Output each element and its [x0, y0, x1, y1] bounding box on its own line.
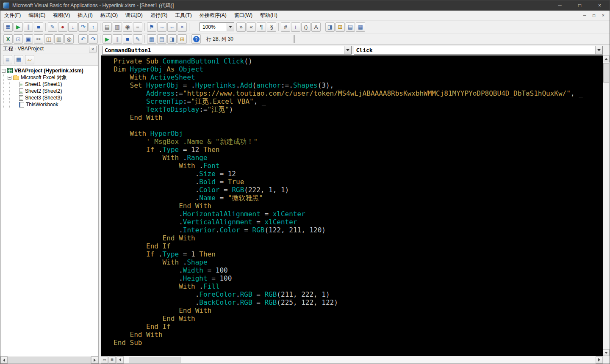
scrollbar-thumb[interactable]	[8, 357, 91, 363]
scroll-down-button[interactable]	[603, 349, 610, 356]
properties-top-button[interactable]: ▤	[346, 22, 355, 32]
code-hscrollbar[interactable]	[116, 356, 603, 364]
toolbar-drag-grip[interactable]	[293, 35, 295, 43]
immediate-window-button[interactable]: ▥	[113, 22, 122, 32]
list-properties-button[interactable]: ≣	[3, 22, 13, 32]
properties-window-button[interactable]: ▤	[157, 34, 166, 44]
cut-button[interactable]: ✂	[34, 34, 43, 44]
outdent-button[interactable]: «	[247, 22, 256, 32]
object-browser-top-button[interactable]: ◨	[325, 22, 335, 32]
object-browser-button[interactable]: ◨	[167, 34, 177, 44]
toggle-bookmark-button[interactable]: ⚑	[147, 22, 156, 32]
help-button[interactable]: ?	[191, 34, 201, 44]
code-vscrollbar[interactable]	[603, 55, 610, 356]
break-button[interactable]: ∥	[24, 22, 33, 32]
step-over-button[interactable]: ↷	[78, 22, 88, 32]
scrollbar-thumb[interactable]	[129, 357, 180, 363]
menu-format[interactable]: 格式(O)	[97, 11, 122, 20]
toolbox-top-button[interactable]: ⊞	[336, 22, 345, 32]
toggle-folders-button[interactable]: ▱	[25, 55, 34, 64]
scroll-left-button[interactable]	[0, 356, 8, 364]
tree-collapse-icon[interactable]	[8, 76, 11, 80]
tree-item-sheet1[interactable]: Sheet1 (Sheet1)	[1, 81, 98, 88]
run-sub-button[interactable]: ▶	[14, 22, 23, 32]
view-excel-button[interactable]: X	[3, 34, 13, 44]
list-constants-button[interactable]: #	[281, 22, 290, 32]
call-stack-button[interactable]: ≡	[133, 22, 142, 32]
parameter-info-button[interactable]: ()	[301, 22, 311, 32]
menu-window[interactable]: 窗口(W)	[230, 11, 256, 20]
procedure-combobox-dropdown-icon[interactable]	[595, 46, 602, 54]
scroll-right-button[interactable]	[596, 356, 603, 364]
zoom-dropdown-icon[interactable]	[227, 23, 234, 31]
watch-window-button[interactable]: ◉	[123, 22, 132, 32]
view-code-button[interactable]: ≣	[3, 55, 12, 64]
clear-bookmarks-button[interactable]: ×	[177, 22, 187, 32]
window-close-button[interactable]: ×	[590, 0, 610, 11]
tree-item-thisworkbook[interactable]: ThisWorkbook	[1, 101, 98, 108]
toolbox-button[interactable]: ⊞	[177, 34, 187, 44]
insert-userform-button[interactable]: ⊡	[14, 34, 23, 44]
indent-button[interactable]: »	[236, 22, 246, 32]
project-panel-close-button[interactable]: ×	[89, 46, 97, 52]
scroll-up-button[interactable]	[603, 55, 610, 62]
menu-tools[interactable]: 工具(T)	[171, 11, 195, 20]
menu-view[interactable]: 视图(V)	[49, 11, 74, 20]
save-button[interactable]: ▣	[24, 34, 33, 44]
scroll-left-button[interactable]	[116, 356, 124, 364]
scrollbar-track[interactable]	[124, 356, 596, 364]
menu-debug[interactable]: 调试(D)	[122, 11, 147, 20]
child-minimize-button[interactable]: ─	[580, 12, 589, 19]
comment-block-button[interactable]: ¶	[257, 22, 266, 32]
reset-button[interactable]: ■	[34, 22, 43, 32]
scrollbar-thumb[interactable]	[603, 63, 609, 83]
menu-edit[interactable]: 编辑(E)	[25, 11, 49, 20]
project-explorer-button[interactable]: ▦	[147, 34, 156, 44]
window-maximize-button[interactable]: □	[570, 0, 590, 11]
locals-window-button[interactable]: ▤	[103, 22, 112, 32]
menu-insert[interactable]: 插入(I)	[74, 11, 96, 20]
procedure-view-button[interactable]: ▭	[101, 356, 108, 364]
copy-button[interactable]: ◫	[44, 34, 53, 44]
object-combobox[interactable]: CommandButton1	[102, 46, 352, 55]
project-top-button[interactable]: ▦	[356, 22, 365, 32]
reset-std-button[interactable]: ■	[123, 34, 132, 44]
complete-word-button[interactable]: A	[311, 22, 321, 32]
paste-button[interactable]: ▥	[54, 34, 64, 44]
window-minimize-button[interactable]: ─	[550, 0, 570, 11]
next-bookmark-button[interactable]: →	[157, 22, 166, 32]
code-editor[interactable]: Private Sub CommandButton1_Click()Dim Hy…	[101, 55, 603, 356]
run-button[interactable]: ▶	[103, 34, 112, 44]
menu-help[interactable]: 帮助(H)	[256, 11, 281, 20]
child-close-button[interactable]: ×	[599, 12, 607, 19]
undo-button[interactable]: ↶	[78, 34, 88, 44]
project-panel-hscrollbar[interactable]	[0, 356, 98, 364]
full-module-view-button[interactable]: ≣	[108, 356, 116, 364]
toggle-breakpoint-button[interactable]: ●	[58, 22, 67, 32]
menu-addins[interactable]: 外接程序(A)	[196, 11, 230, 20]
redo-button[interactable]: ↷	[89, 34, 98, 44]
design-mode-button[interactable]: ✎	[48, 22, 57, 32]
tree-collapse-icon[interactable]	[2, 69, 6, 73]
break-std-button[interactable]: ∥	[113, 34, 122, 44]
uncomment-block-button[interactable]: §	[267, 22, 276, 32]
tree-item-sheet2[interactable]: Sheet2 (Sheet2)	[1, 88, 98, 94]
scroll-right-button[interactable]	[91, 356, 98, 364]
menu-run[interactable]: 运行(R)	[147, 11, 172, 20]
scrollbar-track[interactable]	[8, 356, 91, 364]
quick-info-button[interactable]: i	[291, 22, 300, 32]
step-into-button[interactable]: ↓	[68, 22, 78, 32]
procedure-combobox[interactable]: Click	[354, 46, 603, 55]
tree-item-sheet3[interactable]: Sheet3 (Sheet3)	[1, 94, 98, 101]
menu-file[interactable]: 文件(F)	[0, 11, 25, 20]
find-button[interactable]: ◎	[64, 34, 74, 44]
object-combobox-dropdown-icon[interactable]	[344, 46, 351, 54]
child-restore-button[interactable]: □	[590, 12, 598, 19]
step-out-button[interactable]: ↑	[89, 22, 98, 32]
tree-item-vbaproject[interactable]: VBAProject (Hyperlink.xlsm)	[1, 67, 98, 74]
design-mode-std-button[interactable]: ✎	[133, 34, 142, 44]
previous-bookmark-button[interactable]: ←	[167, 22, 177, 32]
view-object-button[interactable]: ▦	[14, 55, 23, 64]
tree-item-excel-objects[interactable]: Microsoft Excel 对象	[1, 74, 98, 81]
zoom-combobox[interactable]: 100%	[200, 22, 234, 31]
